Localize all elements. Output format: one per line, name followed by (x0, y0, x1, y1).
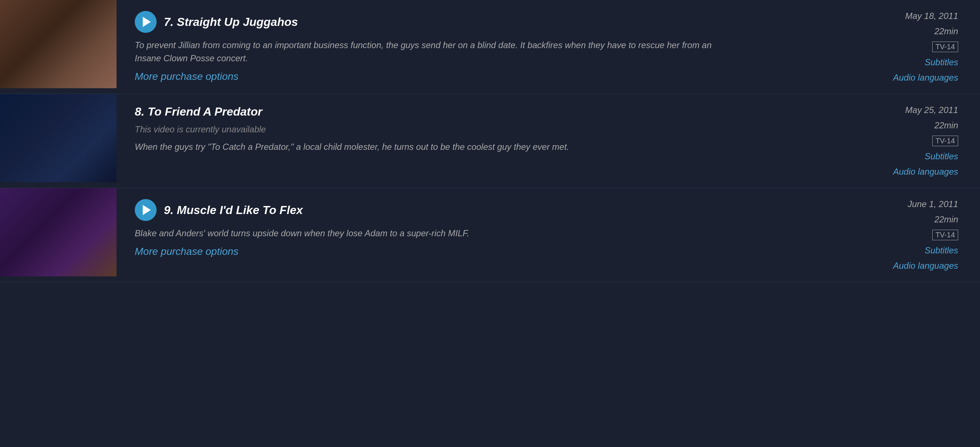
purchase-link-9[interactable]: More purchase options (135, 246, 867, 257)
play-button-7[interactable] (135, 11, 157, 33)
meta-audio-8[interactable]: Audio languages (893, 167, 958, 177)
meta-duration-8: 22min (934, 120, 958, 131)
play-icon-7 (143, 17, 151, 27)
episode-content-8: 8. To Friend A PredatorThis video is cur… (116, 94, 886, 188)
episode-row-9: 9. Muscle I'd Like To FlexBlake and Ande… (0, 188, 980, 282)
episode-description-9: Blake and Anders' world turns upside dow… (135, 227, 718, 240)
episode-title-8: 8. To Friend A Predator (135, 105, 262, 118)
meta-audio-9[interactable]: Audio languages (893, 261, 958, 271)
episode-title-7: 7. Straight Up Juggahos (164, 15, 298, 29)
episode-description-7: To prevent Jillian from coming to an imp… (135, 39, 718, 65)
play-icon-9 (143, 205, 151, 215)
purchase-link-7[interactable]: More purchase options (135, 71, 867, 82)
episode-header-8: 8. To Friend A Predator (135, 105, 867, 118)
episode-header-9: 9. Muscle I'd Like To Flex (135, 199, 867, 221)
meta-duration-9: 22min (934, 214, 958, 225)
episode-list: 7. Straight Up JuggahosTo prevent Jillia… (0, 0, 980, 282)
episode-row-8: 8. To Friend A PredatorThis video is cur… (0, 94, 980, 188)
meta-subtitles-9[interactable]: Subtitles (924, 245, 958, 255)
episode-meta-8: May 25, 201122minTV-14SubtitlesAudio lan… (886, 94, 980, 188)
episode-title-9: 9. Muscle I'd Like To Flex (164, 203, 303, 217)
meta-rating-7: TV-14 (932, 42, 958, 52)
meta-subtitles-8[interactable]: Subtitles (924, 151, 958, 161)
meta-date-8: May 25, 2011 (905, 105, 958, 115)
episode-meta-9: June 1, 201122minTV-14SubtitlesAudio lan… (886, 188, 980, 282)
episode-description-8: When the guys try "To Catch a Predator,"… (135, 140, 718, 153)
play-button-9[interactable] (135, 199, 157, 221)
unavailable-text-8: This video is currently unavailable (135, 125, 867, 134)
meta-subtitles-7[interactable]: Subtitles (924, 57, 958, 67)
episode-content-7: 7. Straight Up JuggahosTo prevent Jillia… (116, 0, 886, 94)
meta-audio-7[interactable]: Audio languages (893, 73, 958, 83)
episode-thumbnail-7 (0, 0, 116, 88)
meta-duration-7: 22min (934, 26, 958, 37)
meta-rating-8: TV-14 (932, 136, 958, 146)
episode-header-7: 7. Straight Up Juggahos (135, 11, 867, 33)
episode-meta-7: May 18, 201122minTV-14SubtitlesAudio lan… (886, 0, 980, 94)
episode-thumbnail-9 (0, 188, 116, 276)
meta-rating-9: TV-14 (932, 230, 958, 240)
episode-row-7: 7. Straight Up JuggahosTo prevent Jillia… (0, 0, 980, 94)
meta-date-7: May 18, 2011 (905, 11, 958, 21)
meta-date-9: June 1, 2011 (908, 199, 958, 209)
episode-content-9: 9. Muscle I'd Like To FlexBlake and Ande… (116, 188, 886, 282)
episode-thumbnail-8 (0, 94, 116, 182)
